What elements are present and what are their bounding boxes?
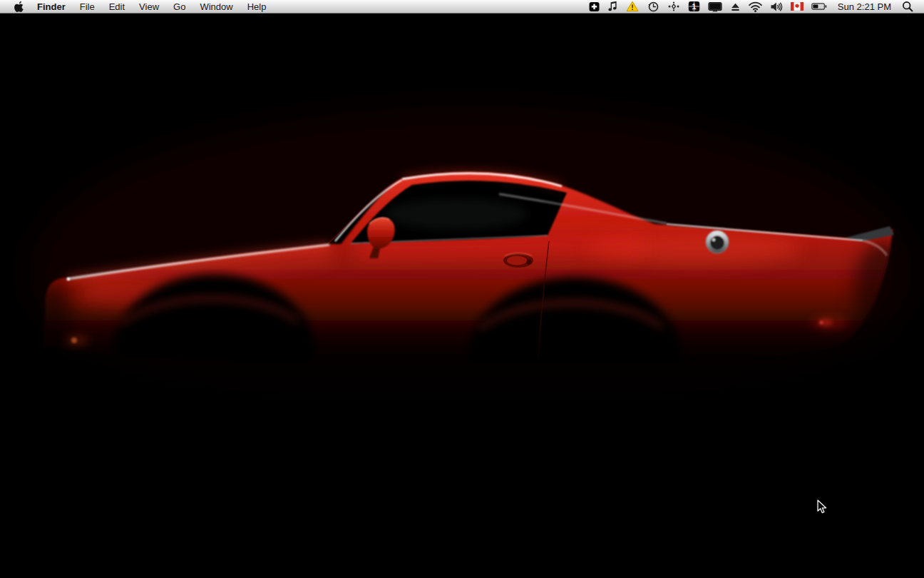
menu-file[interactable]: File <box>73 0 102 13</box>
menu-help[interactable]: Help <box>240 0 274 13</box>
apple-menu[interactable] <box>0 0 31 13</box>
warning-icon[interactable] <box>626 0 639 13</box>
display-icon[interactable] <box>708 0 722 13</box>
music-note-icon[interactable] <box>607 0 618 13</box>
menu-view[interactable]: View <box>132 0 166 13</box>
eject-icon[interactable] <box>730 0 741 13</box>
menu-edit[interactable]: Edit <box>102 0 132 13</box>
spotlight-icon[interactable] <box>902 0 913 13</box>
menu-bar-clock[interactable]: Sun 2:21 PM <box>835 1 894 12</box>
apple-logo-icon <box>14 1 24 12</box>
menu-bar: Finder File Edit View Go Window Help <box>0 0 924 14</box>
menu-window[interactable]: Window <box>192 0 240 13</box>
spaces-indicator-icon[interactable]: 1 <box>688 0 700 13</box>
spaces-number: 1 <box>692 2 696 11</box>
wallpaper-car-image <box>0 0 924 578</box>
desktop[interactable] <box>0 0 924 578</box>
input-source-flag-icon[interactable] <box>791 0 804 13</box>
diamond-dots-icon[interactable] <box>667 0 680 13</box>
battery-icon[interactable] <box>811 0 827 13</box>
wifi-icon[interactable] <box>749 0 762 13</box>
menu-app-name[interactable]: Finder <box>31 0 73 13</box>
volume-icon[interactable] <box>770 0 783 13</box>
time-machine-icon[interactable] <box>647 0 659 13</box>
menu-go[interactable]: Go <box>166 0 192 13</box>
plus-badge-icon[interactable] <box>589 0 600 13</box>
